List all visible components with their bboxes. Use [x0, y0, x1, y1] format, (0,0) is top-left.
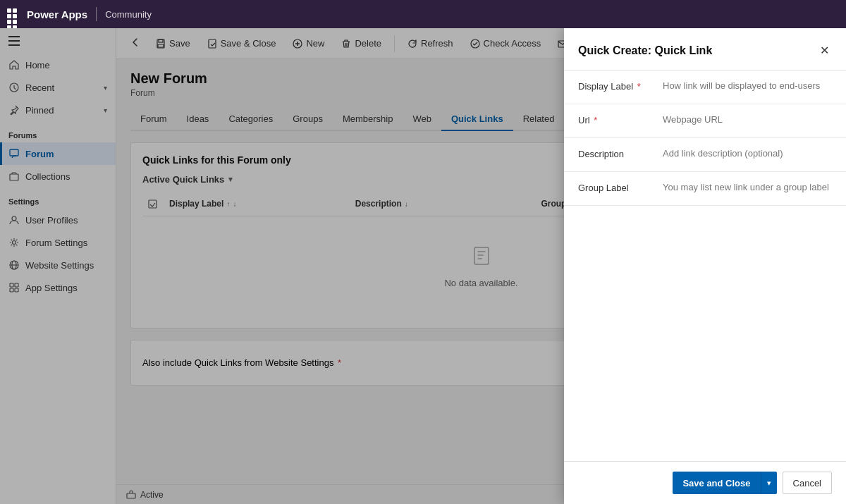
display-label-required-star: * [637, 81, 641, 92]
modal-overlay: Quick Create: Quick Link ✕ Display Label… [0, 28, 846, 504]
url-input[interactable] [663, 114, 832, 125]
modal-panel: Quick Create: Quick Link ✕ Display Label… [564, 28, 846, 504]
main-layout: Home Recent ▾ Pinned ▾ Forums [0, 28, 846, 504]
modal-display-label-text: Display Label * [578, 80, 663, 92]
description-input[interactable] [663, 148, 832, 159]
modal-url-label-text: Url * [578, 114, 663, 125]
group-label-input[interactable] [663, 182, 832, 192]
modal-field-group-label: Group Label [564, 172, 846, 206]
save-and-close-btn-group: Save and Close ▾ [673, 472, 776, 494]
modal-close-button[interactable]: ✕ [817, 41, 832, 60]
app-name: Power Apps [27, 8, 87, 20]
modal-group-label-text: Group Label [578, 182, 663, 193]
modal-title: Quick Create: Quick Link [578, 44, 712, 57]
cancel-button[interactable]: Cancel [783, 472, 832, 494]
display-label-input[interactable] [663, 80, 832, 91]
top-bar: Power Apps Community [0, 0, 846, 28]
topbar-divider [96, 7, 97, 21]
modal-description-label-text: Description [578, 148, 663, 159]
url-required-star: * [594, 115, 597, 125]
modal-field-display-label: Display Label * [564, 70, 846, 104]
modal-field-description: Description [564, 138, 846, 172]
modal-header: Quick Create: Quick Link ✕ [564, 28, 846, 70]
modal-field-url: Url * [564, 104, 846, 138]
grid-icon[interactable] [7, 8, 18, 20]
modal-body: Display Label * Url * Descript [564, 70, 846, 461]
modal-footer: Save and Close ▾ Cancel [564, 461, 846, 504]
community-label[interactable]: Community [105, 9, 152, 20]
save-and-close-button[interactable]: Save and Close [673, 472, 760, 494]
save-and-close-dropdown-button[interactable]: ▾ [761, 472, 777, 494]
